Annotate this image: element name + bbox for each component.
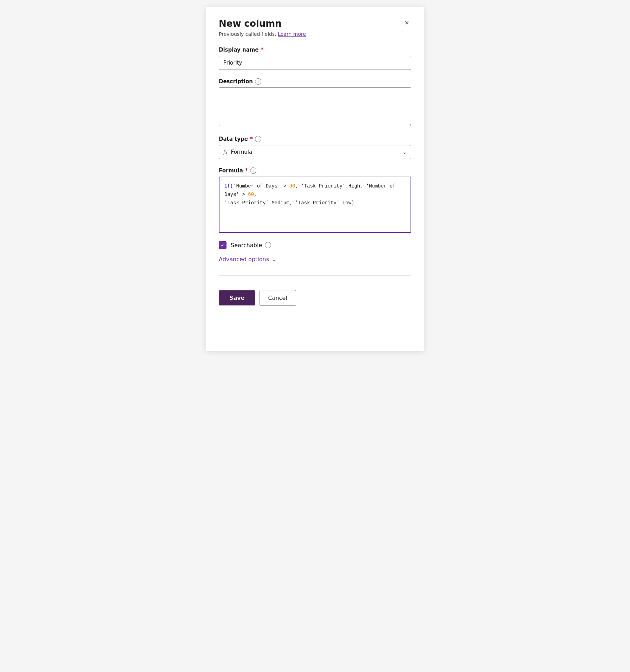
checkbox-check-icon: ✓	[221, 243, 225, 248]
advanced-options-chevron-icon: ⌄	[272, 257, 276, 262]
display-name-label: Display name *	[219, 47, 411, 53]
fx-icon: fx	[223, 149, 228, 155]
learn-more-link[interactable]: Learn more	[278, 31, 306, 37]
footer-divider	[219, 275, 411, 276]
display-name-input[interactable]	[219, 56, 411, 70]
searchable-label: Searchable i	[231, 242, 271, 249]
advanced-options-text: Advanced options	[219, 256, 269, 263]
formula-group: Formula * i If('Number of Days' > 90, 'T…	[219, 167, 411, 233]
description-group: Description i	[219, 78, 411, 127]
cancel-button[interactable]: Cancel	[260, 290, 296, 306]
data-type-label: Data type * i	[219, 136, 411, 142]
data-type-value: Formula	[231, 149, 252, 155]
panel-title: New column	[219, 18, 282, 29]
advanced-options-row[interactable]: Advanced options ⌄	[219, 256, 411, 263]
searchable-row: ✓ Searchable i	[219, 241, 411, 249]
save-button[interactable]: Save	[219, 290, 255, 305]
formula-required-star: *	[245, 167, 248, 174]
data-type-select-wrapper: fx Formula ⌄	[219, 145, 411, 159]
new-column-panel: New column × Previously called fields. L…	[206, 7, 424, 351]
description-input[interactable]	[219, 87, 411, 126]
formula-editor[interactable]: If('Number of Days' > 90, 'Task Priority…	[219, 177, 411, 233]
close-button[interactable]: ×	[402, 18, 411, 27]
data-type-select[interactable]: fx Formula ⌄	[219, 145, 411, 159]
data-type-required-star: *	[250, 136, 253, 142]
description-label: Description i	[219, 78, 411, 85]
searchable-info-icon[interactable]: i	[265, 242, 271, 248]
searchable-checkbox[interactable]: ✓	[219, 241, 227, 249]
formula-label: Formula * i	[219, 167, 411, 174]
data-type-info-icon[interactable]: i	[255, 136, 261, 142]
panel-header: New column ×	[219, 18, 411, 29]
formula-info-icon[interactable]: i	[250, 167, 256, 174]
required-star: *	[261, 47, 264, 53]
data-type-group: Data type * i fx Formula ⌄	[219, 136, 411, 159]
data-type-chevron-icon: ⌄	[402, 149, 407, 155]
display-name-group: Display name *	[219, 47, 411, 70]
description-info-icon[interactable]: i	[255, 78, 261, 85]
subtitle-text: Previously called fields.	[219, 31, 276, 37]
footer-buttons: Save Cancel	[219, 287, 411, 306]
panel-subtitle: Previously called fields. Learn more	[219, 31, 411, 37]
